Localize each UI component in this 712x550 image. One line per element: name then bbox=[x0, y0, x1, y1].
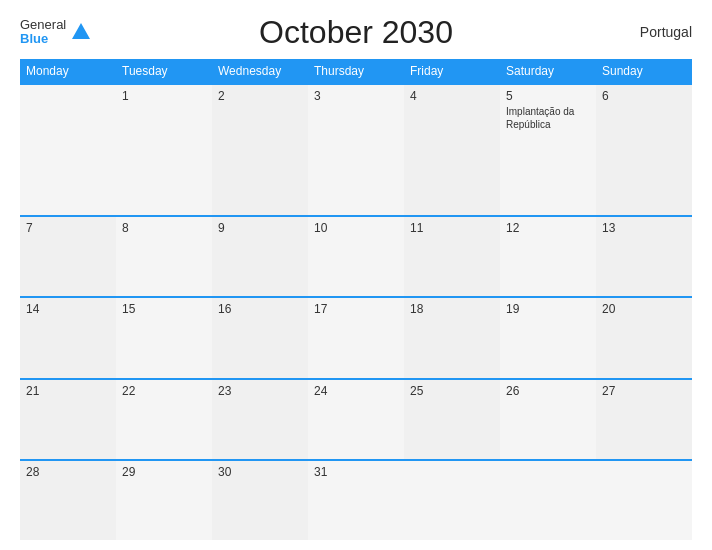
calendar-cell: 22 bbox=[116, 379, 212, 461]
calendar-container: General Blue October 2030 Portugal Monda… bbox=[0, 0, 712, 550]
calendar-cell: 10 bbox=[308, 216, 404, 298]
calendar-cell: 3 bbox=[308, 84, 404, 216]
date-number: 20 bbox=[602, 302, 686, 316]
header-wednesday: Wednesday bbox=[212, 59, 308, 84]
calendar-cell bbox=[596, 460, 692, 540]
date-number: 12 bbox=[506, 221, 590, 235]
calendar-cell bbox=[500, 460, 596, 540]
week-row-3: 14151617181920 bbox=[20, 297, 692, 379]
calendar-cell: 8 bbox=[116, 216, 212, 298]
calendar-cell: 26 bbox=[500, 379, 596, 461]
date-number: 4 bbox=[410, 89, 494, 103]
country-label: Portugal bbox=[640, 24, 692, 40]
calendar-cell: 17 bbox=[308, 297, 404, 379]
date-number: 27 bbox=[602, 384, 686, 398]
calendar-cell: 5Implantação da República bbox=[500, 84, 596, 216]
date-number: 13 bbox=[602, 221, 686, 235]
week-row-5: 28293031 bbox=[20, 460, 692, 540]
logo-icon bbox=[70, 21, 92, 43]
calendar-cell: 16 bbox=[212, 297, 308, 379]
calendar-cell: 13 bbox=[596, 216, 692, 298]
date-number: 11 bbox=[410, 221, 494, 235]
calendar-cell: 27 bbox=[596, 379, 692, 461]
calendar-cell: 11 bbox=[404, 216, 500, 298]
calendar-cell: 21 bbox=[20, 379, 116, 461]
header-sunday: Sunday bbox=[596, 59, 692, 84]
calendar-cell: 28 bbox=[20, 460, 116, 540]
calendar-cell: 14 bbox=[20, 297, 116, 379]
header-tuesday: Tuesday bbox=[116, 59, 212, 84]
calendar-cell: 30 bbox=[212, 460, 308, 540]
week-row-4: 21222324252627 bbox=[20, 379, 692, 461]
date-number: 2 bbox=[218, 89, 302, 103]
weekday-header-row: Monday Tuesday Wednesday Thursday Friday… bbox=[20, 59, 692, 84]
calendar-cell: 2 bbox=[212, 84, 308, 216]
svg-marker-0 bbox=[72, 23, 90, 39]
date-number: 29 bbox=[122, 465, 206, 479]
week-row-1: 12345Implantação da República6 bbox=[20, 84, 692, 216]
date-number: 10 bbox=[314, 221, 398, 235]
date-number: 30 bbox=[218, 465, 302, 479]
date-number: 23 bbox=[218, 384, 302, 398]
calendar-cell: 6 bbox=[596, 84, 692, 216]
calendar-cell: 29 bbox=[116, 460, 212, 540]
date-number: 15 bbox=[122, 302, 206, 316]
logo-blue-text: Blue bbox=[20, 32, 66, 46]
calendar-table: Monday Tuesday Wednesday Thursday Friday… bbox=[20, 59, 692, 540]
date-number: 18 bbox=[410, 302, 494, 316]
date-number: 1 bbox=[122, 89, 206, 103]
date-number: 17 bbox=[314, 302, 398, 316]
header-thursday: Thursday bbox=[308, 59, 404, 84]
date-number: 6 bbox=[602, 89, 686, 103]
calendar-cell: 7 bbox=[20, 216, 116, 298]
date-number: 3 bbox=[314, 89, 398, 103]
date-number: 24 bbox=[314, 384, 398, 398]
calendar-cell: 23 bbox=[212, 379, 308, 461]
calendar-cell: 12 bbox=[500, 216, 596, 298]
date-number: 25 bbox=[410, 384, 494, 398]
calendar-title: October 2030 bbox=[259, 14, 453, 50]
date-number: 9 bbox=[218, 221, 302, 235]
header-monday: Monday bbox=[20, 59, 116, 84]
calendar-cell bbox=[404, 460, 500, 540]
date-number: 28 bbox=[26, 465, 110, 479]
date-number: 5 bbox=[506, 89, 590, 103]
calendar-cell: 1 bbox=[116, 84, 212, 216]
date-number: 22 bbox=[122, 384, 206, 398]
date-number: 14 bbox=[26, 302, 110, 316]
date-number: 21 bbox=[26, 384, 110, 398]
calendar-cell: 31 bbox=[308, 460, 404, 540]
calendar-cell: 19 bbox=[500, 297, 596, 379]
date-number: 19 bbox=[506, 302, 590, 316]
logo-general-text: General bbox=[20, 18, 66, 32]
header-friday: Friday bbox=[404, 59, 500, 84]
calendar-cell: 20 bbox=[596, 297, 692, 379]
week-row-2: 78910111213 bbox=[20, 216, 692, 298]
date-number: 8 bbox=[122, 221, 206, 235]
date-number: 26 bbox=[506, 384, 590, 398]
logo: General Blue bbox=[20, 18, 92, 47]
calendar-cell: 24 bbox=[308, 379, 404, 461]
calendar-cell bbox=[20, 84, 116, 216]
date-number: 31 bbox=[314, 465, 398, 479]
header-saturday: Saturday bbox=[500, 59, 596, 84]
calendar-cell: 15 bbox=[116, 297, 212, 379]
calendar-cell: 9 bbox=[212, 216, 308, 298]
holiday-label: Implantação da República bbox=[506, 105, 590, 131]
calendar-cell: 4 bbox=[404, 84, 500, 216]
calendar-cell: 25 bbox=[404, 379, 500, 461]
date-number: 7 bbox=[26, 221, 110, 235]
date-number: 16 bbox=[218, 302, 302, 316]
calendar-cell: 18 bbox=[404, 297, 500, 379]
header: General Blue October 2030 Portugal bbox=[20, 18, 692, 47]
